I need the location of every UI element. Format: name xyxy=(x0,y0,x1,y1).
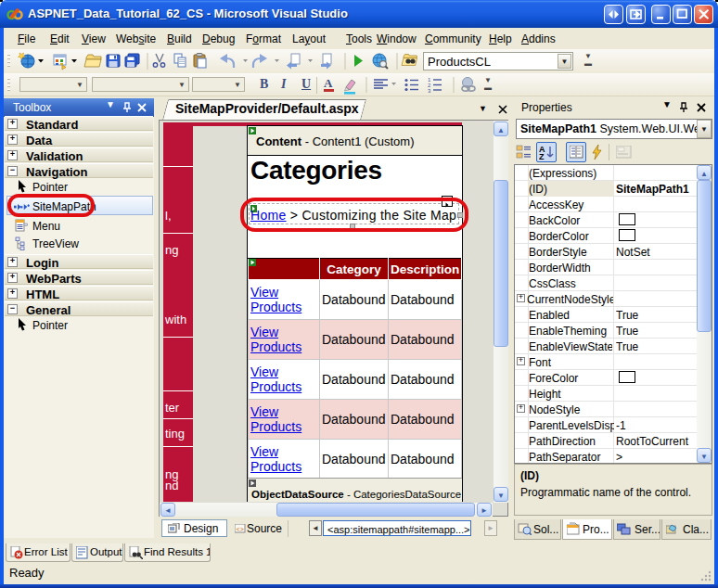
svg-text:A: A xyxy=(324,76,333,90)
svg-text:Z: Z xyxy=(539,152,545,160)
svg-text:<>: <> xyxy=(237,526,244,533)
svg-text:3: 3 xyxy=(428,88,431,94)
